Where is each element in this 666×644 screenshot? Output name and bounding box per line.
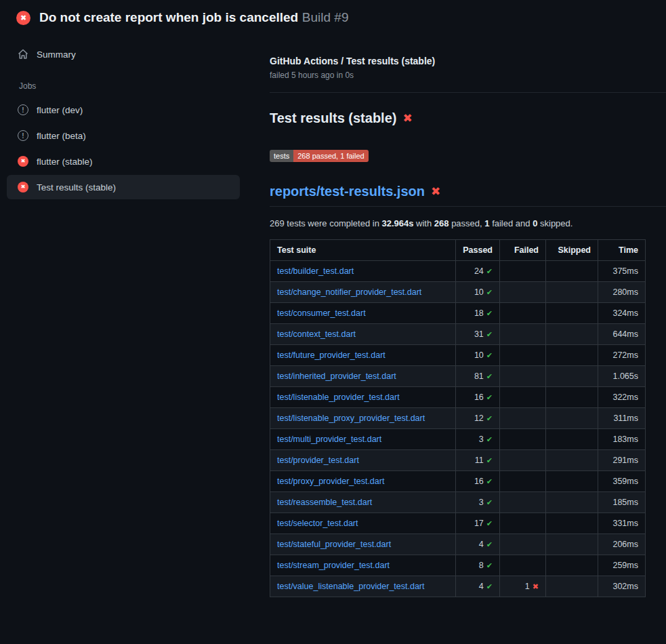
table-row: test/context_test.dart31✔644ms	[270, 323, 646, 344]
report-file-link[interactable]: reports/test-results.json	[270, 184, 425, 199]
skipped-cell	[546, 365, 598, 386]
skipped-cell	[546, 491, 598, 512]
breadcrumb: GitHub Actions / Test results (stable)	[270, 56, 666, 66]
report-title: reports/test-results.json ✖	[270, 184, 666, 207]
time-cell: 1.065s	[598, 365, 646, 386]
sidebar-item-label: flutter (dev)	[37, 105, 83, 115]
failed-cell	[500, 365, 546, 386]
passed-cell: 12✔	[456, 407, 500, 428]
test-suite-link[interactable]: test/listenable_proxy_provider_test.dart	[277, 414, 425, 423]
sidebar-item-label: Test results (stable)	[37, 182, 116, 193]
job-neutral-icon: !	[18, 104, 28, 115]
passed-count: 4	[479, 540, 484, 549]
column-header-passed: Passed	[456, 239, 500, 260]
passed-cell: 16✔	[456, 470, 500, 491]
table-row: test/value_listenable_provider_test.dart…	[270, 576, 646, 597]
test-suite-link[interactable]: test/multi_provider_test.dart	[277, 435, 381, 444]
time-cell: 644ms	[598, 323, 646, 344]
sidebar: Summary Jobs !flutter (dev)!flutter (bet…	[0, 34, 257, 201]
time-cell: 302ms	[598, 576, 646, 597]
test-suite-link[interactable]: test/selector_test.dart	[277, 519, 358, 528]
passed-cell: 16✔	[456, 386, 500, 407]
passed-count: 16	[474, 477, 484, 486]
check-icon: ✔	[486, 288, 493, 297]
suite-cell: test/context_test.dart	[270, 323, 456, 344]
summary-duration: 32.964s	[381, 218, 413, 228]
sidebar-item-summary[interactable]: Summary	[7, 42, 240, 66]
test-suite-link[interactable]: test/stream_provider_test.dart	[277, 561, 390, 570]
skipped-cell	[546, 449, 598, 470]
table-header-row: Test suitePassedFailedSkippedTime	[270, 239, 646, 260]
skipped-cell	[546, 323, 598, 344]
table-row: test/stateful_provider_test.dart4✔206ms	[270, 534, 646, 555]
suite-cell: test/stream_provider_test.dart	[270, 555, 456, 576]
passed-count: 10	[474, 287, 484, 297]
failed-cell	[500, 512, 546, 534]
test-suite-link[interactable]: test/context_test.dart	[277, 329, 356, 339]
job-neutral-icon: !	[18, 130, 28, 141]
skipped-cell	[546, 576, 598, 597]
test-suite-link[interactable]: test/listenable_provider_test.dart	[277, 393, 400, 402]
summary-passed-count: 268	[434, 218, 449, 228]
build-number: Build #9	[302, 10, 349, 24]
test-suite-link[interactable]: test/stateful_provider_test.dart	[277, 540, 391, 549]
skipped-cell	[546, 534, 598, 555]
failed-cell	[500, 407, 546, 428]
table-row: test/multi_provider_test.dart3✔183ms	[270, 428, 646, 449]
home-icon	[18, 49, 28, 60]
passed-cell: 10✔	[456, 281, 500, 302]
sidebar-item-flutter-dev[interactable]: !flutter (dev)	[7, 98, 240, 122]
failed-x-icon: ✖	[431, 186, 440, 197]
test-suite-link[interactable]: test/future_provider_test.dart	[277, 350, 386, 360]
table-row: test/selector_test.dart17✔331ms	[270, 512, 646, 534]
test-suite-link[interactable]: test/provider_test.dart	[277, 456, 359, 465]
failed-x-icon: ✖	[402, 113, 412, 124]
summary-text: with	[413, 218, 434, 228]
build-failed-icon: ✖	[16, 11, 30, 25]
sidebar-item-flutter-beta[interactable]: !flutter (beta)	[7, 123, 240, 148]
sidebar-item-flutter-stable[interactable]: ✖flutter (stable)	[7, 149, 240, 174]
sidebar-item-label: Summary	[37, 49, 76, 60]
sidebar-item-test-results-stable[interactable]: ✖Test results (stable)	[7, 175, 240, 199]
passed-count: 81	[474, 371, 484, 381]
test-suite-link[interactable]: test/proxy_provider_test.dart	[277, 477, 384, 486]
main-content: GitHub Actions / Test results (stable) f…	[257, 34, 666, 597]
section-title: Test results (stable) ✖	[270, 110, 666, 126]
passed-cell: 8✔	[456, 555, 500, 576]
skipped-cell	[546, 407, 598, 428]
skipped-cell	[546, 281, 598, 302]
test-suite-link[interactable]: test/change_notifier_provider_test.dart	[277, 287, 421, 297]
table-row: test/inherited_provider_test.dart81✔1.06…	[270, 365, 646, 386]
time-cell: 183ms	[598, 428, 646, 449]
time-cell: 272ms	[598, 344, 646, 365]
suite-cell: test/future_provider_test.dart	[270, 344, 456, 365]
skipped-cell	[546, 470, 598, 491]
test-suite-link[interactable]: test/consumer_test.dart	[277, 308, 366, 318]
passed-cell: 81✔	[456, 365, 500, 386]
failed-cell	[500, 260, 546, 281]
jobs-list: !flutter (dev)!flutter (beta)✖flutter (s…	[0, 98, 257, 199]
time-cell: 359ms	[598, 470, 646, 491]
passed-count: 31	[474, 329, 484, 339]
passed-cell: 3✔	[456, 428, 500, 449]
test-suite-link[interactable]: test/reassemble_test.dart	[277, 498, 372, 507]
passed-cell: 3✔	[456, 491, 500, 512]
failed-cell	[500, 555, 546, 576]
check-icon: ✔	[486, 477, 493, 486]
skipped-cell	[546, 260, 598, 281]
skipped-cell	[546, 386, 598, 407]
tests-status-badge: tests 268 passed, 1 failed	[270, 150, 369, 162]
test-suite-link[interactable]: test/builder_test.dart	[277, 266, 354, 276]
time-cell: 291ms	[598, 449, 646, 470]
suite-cell: test/reassemble_test.dart	[270, 491, 456, 512]
passed-count: 11	[475, 456, 484, 465]
failed-cell	[500, 281, 546, 302]
summary-text: passed,	[449, 218, 485, 228]
test-suite-link[interactable]: test/inherited_provider_test.dart	[277, 371, 396, 381]
suite-cell: test/value_listenable_provider_test.dart	[270, 576, 456, 597]
time-cell: 311ms	[598, 407, 646, 428]
test-suite-link[interactable]: test/value_listenable_provider_test.dart	[277, 582, 425, 591]
failed-cell	[500, 491, 546, 512]
passed-cell: 4✔	[456, 576, 500, 597]
divider	[270, 92, 666, 93]
